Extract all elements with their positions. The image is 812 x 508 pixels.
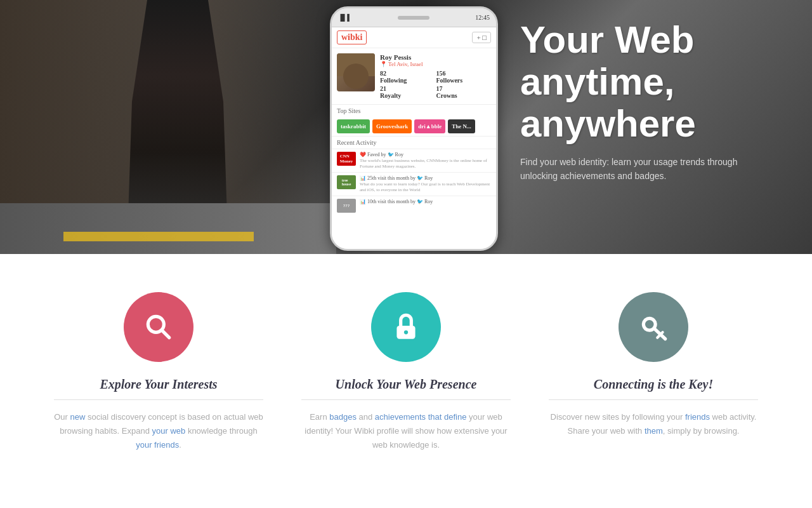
unlock-divider	[301, 399, 511, 400]
connect-highlight-friends: friends	[685, 412, 710, 422]
activity-cnnmoney-desc: The world's largest business website, CN…	[360, 158, 491, 170]
third-activity-icon: ???	[337, 199, 356, 213]
stat-crowns: 17 Crowns	[436, 85, 492, 99]
sites-row: taskrabbit Grooveshark dri▲bble The N...	[332, 117, 496, 136]
svg-line-7	[657, 335, 660, 338]
profile-section: Roy Pessis 📍 Tel Aviv, Israel 82 Followi…	[332, 48, 496, 104]
phone-screen: wibki + □ Roy Pessis 📍 Tel Aviv, Israel …	[332, 27, 496, 249]
hero-subtitle: Find your web identity: learn your usage…	[520, 155, 761, 184]
site-grooveshark: Grooveshark	[372, 119, 412, 133]
profile-avatar	[337, 53, 375, 91]
site-taskrabbit: taskrabbit	[337, 119, 370, 133]
feature-connect: Connecting is the Key! Discover new site…	[530, 292, 777, 452]
lock-icon	[390, 311, 422, 343]
unlock-highlight-define: define	[444, 412, 466, 422]
svg-line-1	[162, 330, 169, 337]
app-add-button: + □	[472, 32, 491, 43]
activity-cnnmoney-text: ❤️ Faved by 🐦 Roy The world's largest bu…	[360, 152, 491, 170]
svg-point-3	[404, 330, 408, 334]
hero-text: Your Web anytime, anywhere Find your web…	[520, 19, 761, 184]
recent-activity-label: Recent Activity	[332, 136, 496, 149]
site-nytimes: The N...	[448, 119, 475, 133]
feature-unlock: Unlock Your Web Presence Earn badges and…	[282, 292, 530, 452]
connect-highlight-them: them	[645, 426, 663, 436]
explore-desc: Our new social discovery concept is base…	[54, 410, 263, 452]
activity-treehouse-text: 📊 25th visit this month by 🐦 Roy What do…	[360, 175, 491, 193]
connect-divider	[549, 399, 758, 400]
hero-ground	[0, 203, 336, 254]
connect-title: Connecting is the Key!	[549, 377, 758, 392]
activity-third-title: 📊 10th visit this month by 🐦 Roy	[360, 199, 491, 204]
stat-followers: 156 Followers	[436, 70, 492, 84]
connect-desc: Discover new sites by following your fri…	[549, 410, 758, 438]
stat-royalty: 21 Royalty	[380, 85, 435, 99]
activity-cnnmoney-title: ❤️ Faved by 🐦 Roy	[360, 152, 491, 157]
phone-mockup: ▐▌▌ 12:45 wibki + □ Roy Pessis 📍 Tel Avi…	[330, 6, 501, 254]
phone-signal: ▐▌▌	[338, 14, 351, 21]
explore-title: Explore Your Interests	[54, 377, 263, 392]
activity-treehouse-title: 📊 25th visit this month by 🐦 Roy	[360, 175, 491, 181]
unlock-highlight-that: that	[428, 412, 442, 422]
explore-divider	[54, 399, 263, 400]
hero-section: ▐▌▌ 12:45 wibki + □ Roy Pessis 📍 Tel Avi…	[0, 0, 812, 254]
phone-frame: ▐▌▌ 12:45 wibki + □ Roy Pessis 📍 Tel Avi…	[330, 6, 498, 251]
phone-speaker	[398, 16, 429, 20]
unlock-title: Unlock Your Web Presence	[301, 377, 511, 392]
activity-third-text: 📊 10th visit this month by 🐦 Roy	[360, 199, 491, 205]
app-logo: wibki	[337, 30, 367, 44]
unlock-desc: Earn badges and achievements that define…	[301, 410, 511, 452]
feature-explore: Explore Your Interests Our new social di…	[35, 292, 282, 452]
activity-treehouse-desc: What do you want to learn today? Our goa…	[360, 182, 491, 193]
cnnmoney-icon: CNNMoney	[337, 152, 356, 166]
app-header: wibki + □	[332, 27, 496, 48]
key-icon	[638, 311, 669, 343]
treehouse-icon: treehouse	[337, 175, 356, 189]
unlock-highlight-achievements: achievements	[375, 412, 426, 422]
search-icon	[143, 311, 174, 343]
unlock-highlight-badges: badges	[329, 412, 357, 422]
top-sites-label: Top Sites	[332, 104, 496, 117]
features-section: Explore Your Interests Our new social di…	[0, 254, 812, 503]
activity-treehouse: treehouse 📊 25th visit this month by 🐦 R…	[332, 172, 496, 196]
activity-third: ??? 📊 10th visit this month by 🐦 Roy	[332, 196, 496, 215]
explore-highlight-new: new	[70, 412, 86, 422]
stat-following: 82 Following	[380, 70, 435, 84]
explore-icon-circle	[124, 292, 193, 362]
connect-icon-circle	[619, 292, 688, 362]
hero-title: Your Web anytime, anywhere	[520, 19, 761, 145]
profile-stats: 82 Following 156 Followers 21 Royalty	[380, 70, 491, 99]
unlock-icon-circle	[371, 292, 441, 362]
profile-info: Roy Pessis 📍 Tel Aviv, Israel 82 Followi…	[380, 53, 491, 99]
explore-highlight-friends: your friends	[136, 440, 179, 450]
phone-time: 12:45	[475, 14, 490, 21]
profile-location: 📍 Tel Aviv, Israel	[380, 61, 491, 67]
explore-highlight-your: your	[152, 426, 168, 436]
profile-name: Roy Pessis	[380, 53, 491, 61]
explore-highlight-web: web	[170, 426, 185, 436]
site-dribbble: dri▲bble	[414, 119, 445, 133]
phone-status-bar: ▐▌▌ 12:45	[332, 8, 496, 27]
activity-cnnmoney: CNNMoney ❤️ Faved by 🐦 Roy The world's l…	[332, 149, 496, 172]
